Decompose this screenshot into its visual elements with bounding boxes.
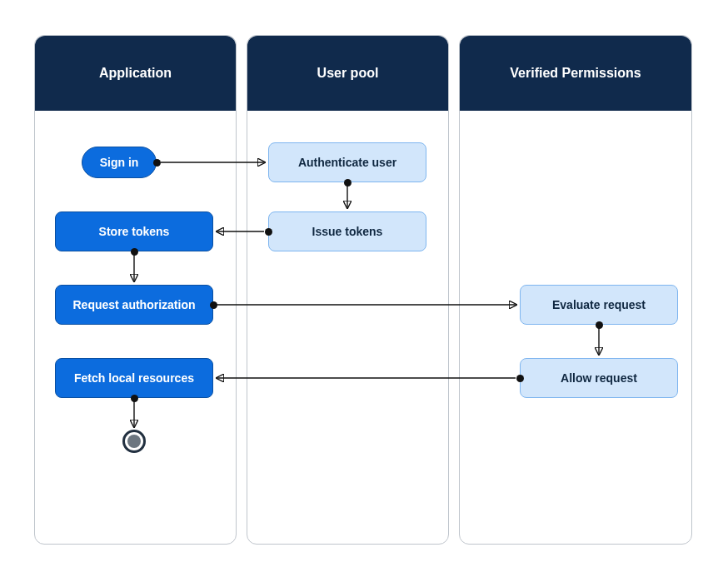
node-label: Evaluate request [552,298,646,311]
node-label: Authenticate user [298,156,396,169]
node-label: Allow request [561,371,637,385]
lane-title: Verified Permissions [510,66,641,81]
lane-header-userpool: User pool [247,36,448,111]
lane-header-verified: Verified Permissions [460,36,691,111]
end-node-icon [122,430,146,453]
port-dot-icon [516,375,524,382]
node-label: Fetch local resources [74,371,194,385]
node-label: Request authorization [72,298,195,311]
lane-header-application: Application [35,36,236,111]
swimlane-diagram: Application User pool Verified Permissio… [0,0,728,587]
lane-title: Application [99,66,172,81]
node-issue-tokens: Issue tokens [268,211,426,251]
lane-title: User pool [317,66,379,81]
port-dot-icon [131,248,138,256]
node-label: Store tokens [99,225,170,238]
port-dot-icon [344,179,352,187]
node-request-authorization: Request authorization [55,285,213,325]
port-dot-icon [210,301,217,309]
node-label: Issue tokens [312,225,383,238]
node-evaluate-request: Evaluate request [520,285,678,325]
node-label: Sign in [100,156,139,169]
port-dot-icon [596,321,603,329]
node-allow-request: Allow request [520,358,678,398]
node-sign-in: Sign in [82,147,157,178]
lane-userpool: User pool [247,35,449,545]
port-dot-icon [131,395,138,402]
node-store-tokens: Store tokens [55,211,213,251]
node-authenticate-user: Authenticate user [268,142,426,182]
port-dot-icon [265,228,272,236]
node-fetch-local-resources: Fetch local resources [55,358,213,398]
port-dot-icon [153,159,161,167]
end-node-inner-icon [127,435,141,448]
